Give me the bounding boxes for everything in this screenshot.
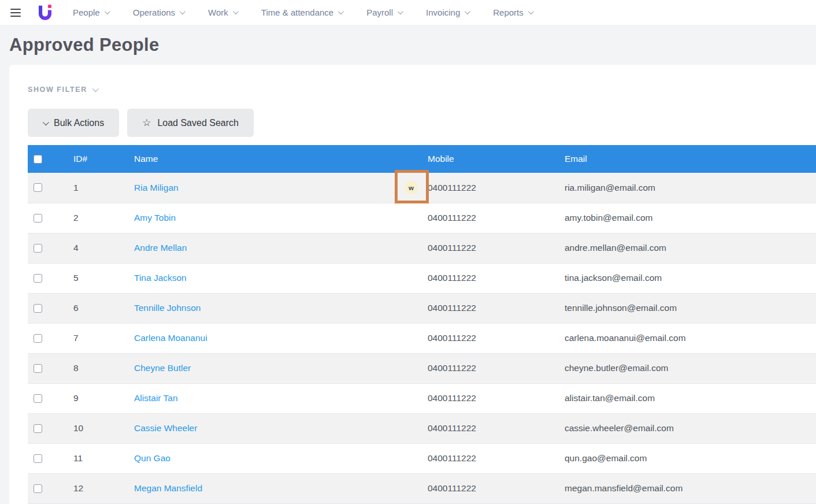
nav-item-label: Work [208, 8, 228, 17]
cell-id: 7 [69, 323, 130, 353]
cell-id: 1 [69, 173, 130, 203]
page-title: Approved People [9, 35, 816, 55]
top-navigation-bar: People Operations Work Time & attendance… [0, 0, 816, 25]
nav-item-time-attendance[interactable]: Time & attendance [249, 0, 354, 25]
nav-item-reports[interactable]: Reports [481, 0, 544, 25]
cell-id: 6 [69, 293, 130, 323]
nav-item-operations[interactable]: Operations [121, 0, 196, 25]
nav-item-label: Operations [133, 8, 175, 17]
row-checkbox[interactable] [34, 274, 42, 283]
table-row: 4 Andre Mellan 0400111222 andre.mellan@e… [28, 233, 816, 263]
person-name-link[interactable]: Tina Jackson [134, 273, 187, 283]
table-row: 2 Amy Tobin 0400111222 amy.tobin@email.c… [28, 203, 816, 233]
header-mobile[interactable]: Mobile [424, 145, 561, 173]
nav-item-payroll[interactable]: Payroll [354, 0, 414, 25]
bulk-actions-button[interactable]: Bulk Actions [28, 109, 119, 137]
cell-email: andre.mellan@email.com [561, 233, 816, 263]
chevron-down-icon [338, 9, 344, 14]
nav-item-people[interactable]: People [61, 0, 121, 25]
main-nav: People Operations Work Time & attendance… [61, 0, 544, 25]
nav-item-label: Invoicing [426, 8, 460, 17]
person-name-link[interactable]: Alistair Tan [134, 393, 178, 403]
row-checkbox[interactable] [34, 304, 42, 313]
cell-mobile: 0400111222 [424, 323, 561, 353]
nav-item-work[interactable]: Work [196, 0, 249, 25]
row-checkbox[interactable] [34, 183, 42, 192]
cell-mobile: 0400111222 [424, 203, 561, 233]
toolbar: Bulk Actions ☆ Load Saved Search [28, 109, 816, 137]
row-checkbox[interactable] [34, 244, 42, 253]
cell-email: cheyne.butler@email.com [561, 353, 816, 383]
header-name[interactable]: Name [130, 145, 424, 173]
person-name-link[interactable]: Tennille Johnson [134, 303, 201, 313]
person-name-link[interactable]: Cheyne Butler [134, 363, 191, 373]
cell-id: 2 [69, 203, 130, 233]
cell-email: carlena.moananui@email.com [561, 323, 816, 353]
cell-email: amy.tobin@email.com [561, 203, 816, 233]
star-icon: ☆ [142, 118, 151, 128]
chevron-down-icon [465, 9, 470, 14]
select-all-checkbox[interactable] [34, 155, 42, 164]
load-saved-search-button[interactable]: ☆ Load Saved Search [127, 109, 254, 137]
header-id[interactable]: ID# [69, 145, 130, 173]
person-name-link[interactable]: Ria Miligan [134, 183, 179, 193]
person-name-link[interactable]: Qun Gao [134, 453, 170, 463]
person-name-link[interactable]: Amy Tobin [134, 213, 176, 223]
person-name-link[interactable]: Andre Mellan [134, 243, 187, 253]
nav-item-label: Payroll [366, 8, 393, 17]
nav-item-label: People [73, 8, 100, 17]
content-card: SHOW FILTER Bulk Actions ☆ Load Saved Se… [9, 65, 816, 504]
table-row: 12 Megan Mansfield 0400111222 megan.mans… [28, 473, 816, 503]
cell-mobile: 0400111222 [424, 233, 561, 263]
cell-email: cassie.wheeler@email.com [561, 413, 816, 443]
cell-id: 10 [69, 413, 130, 443]
table-row: 11 Qun Gao 0400111222 qun.gao@email.com [28, 443, 816, 473]
row-checkbox[interactable] [34, 424, 42, 433]
row-checkbox[interactable] [34, 214, 42, 223]
person-name-link[interactable]: Megan Mansfield [134, 483, 202, 493]
table-row: 7 Carlena Moananui 0400111222 carlena.mo… [28, 323, 816, 353]
cell-id: 5 [69, 263, 130, 293]
nav-item-label: Reports [493, 8, 524, 17]
chevron-down-icon [105, 9, 110, 14]
cell-mobile: 0400111222 [424, 473, 561, 503]
table-row: 1 Ria Miligan w 0400111222 ria.miligan@e… [28, 173, 816, 203]
chevron-down-icon [92, 86, 99, 92]
person-name-link[interactable]: Carlena Moananui [134, 333, 207, 343]
approved-people-table: ID# Name Mobile Email 1 Ria Miligan w 04… [28, 145, 816, 504]
status-badge: w [405, 181, 418, 194]
app-logo[interactable] [36, 3, 54, 22]
show-filter-toggle[interactable]: SHOW FILTER [28, 86, 97, 94]
row-checkbox[interactable] [34, 454, 42, 463]
row-checkbox[interactable] [34, 364, 42, 373]
person-name-link[interactable]: Cassie Wheeler [134, 423, 197, 433]
cell-id: 12 [69, 473, 130, 503]
cell-mobile: 0400111222 [424, 443, 561, 473]
chevron-down-icon [398, 9, 403, 14]
cell-mobile: 0400111222 [424, 263, 561, 293]
hamburger-menu-icon[interactable] [10, 9, 21, 17]
cell-id: 8 [69, 353, 130, 383]
row-checkbox[interactable] [34, 484, 42, 493]
cell-email: megan.mansfield@email.com [561, 473, 816, 503]
table-header-row: ID# Name Mobile Email [28, 145, 816, 173]
cell-mobile: 0400111222 [424, 173, 561, 203]
table-row: 8 Cheyne Butler 0400111222 cheyne.butler… [28, 353, 816, 383]
row-checkbox[interactable] [34, 394, 42, 403]
table-row: 9 Alistair Tan 0400111222 alistair.tan@e… [28, 383, 816, 413]
cell-id: 9 [69, 383, 130, 413]
cell-id: 11 [69, 443, 130, 473]
table-row: 10 Cassie Wheeler 0400111222 cassie.whee… [28, 413, 816, 443]
row-checkbox[interactable] [34, 334, 42, 343]
cell-id: 4 [69, 233, 130, 263]
header-email[interactable]: Email [561, 145, 816, 173]
cell-email: qun.gao@email.com [561, 443, 816, 473]
nav-item-invoicing[interactable]: Invoicing [414, 0, 481, 25]
table-row: 5 Tina Jackson 0400111222 tina.jackson@e… [28, 263, 816, 293]
cell-email: tina.jackson@email.com [561, 263, 816, 293]
cell-mobile: 0400111222 [424, 353, 561, 383]
bulk-actions-label: Bulk Actions [54, 118, 104, 128]
cell-mobile: 0400111222 [424, 293, 561, 323]
cell-email: alistair.tan@email.com [561, 383, 816, 413]
nav-item-label: Time & attendance [261, 8, 333, 17]
